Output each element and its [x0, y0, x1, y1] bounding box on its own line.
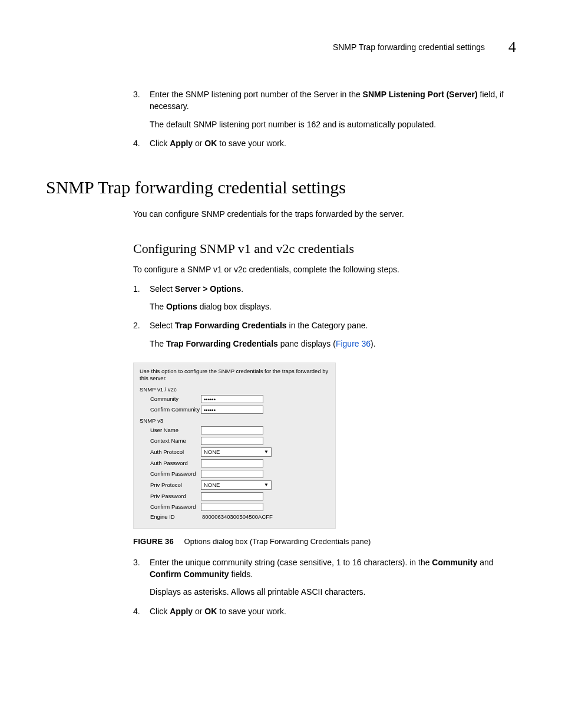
username-label: User Name — [150, 427, 201, 433]
confirm-auth-password-input[interactable] — [201, 470, 263, 478]
step-sub: The Trap Forwarding Credentials pane dis… — [150, 338, 516, 350]
confirm-priv-password-label: Confirm Password — [150, 503, 201, 510]
dialog-hint: Use this option to configure the SNMP cr… — [140, 368, 329, 383]
bold-text: Trap Forwarding Credentials — [175, 321, 287, 330]
text: Enter the unique community string (case … — [150, 558, 432, 567]
step-item: Enter the SNMP listening port number of … — [133, 88, 516, 130]
community-input[interactable]: •••••• — [201, 395, 263, 403]
bold-text: Apply — [170, 139, 193, 148]
instruction-list-mid: Select Server > Options.The Options dial… — [133, 283, 516, 350]
step-item: Click Apply or OK to save your work. — [133, 605, 516, 617]
text: pane displays ( — [278, 339, 336, 348]
bold-text: Community — [432, 558, 477, 567]
bold-text: OK — [204, 139, 217, 148]
bold-text: Options — [166, 302, 197, 311]
context-name-input[interactable] — [201, 437, 263, 445]
confirm-auth-password-label: Confirm Password — [150, 470, 201, 477]
instruction-list-bottom: Enter the unique community string (case … — [133, 556, 516, 617]
auth-password-label: Auth Password — [150, 460, 201, 466]
auth-protocol-select[interactable]: NONE ▼ — [201, 447, 272, 457]
priv-password-input[interactable] — [201, 492, 263, 500]
text: The — [150, 339, 166, 348]
bold-text: Trap Forwarding Credentials — [166, 339, 278, 348]
step-item: Click Apply or OK to save your work. — [133, 137, 516, 149]
step-sub: Displays as asterisks. Allows all printa… — [150, 586, 516, 598]
snmp-v3-section: SNMP v3 — [140, 417, 329, 424]
auth-protocol-value: NONE — [204, 448, 220, 456]
instruction-list-top: Enter the SNMP listening port number of … — [133, 88, 516, 149]
text: Select — [150, 284, 175, 294]
priv-protocol-value: NONE — [204, 481, 220, 489]
text: and — [477, 558, 493, 567]
text: in the Category pane. — [287, 321, 368, 330]
figure-title: Options dialog box (Trap Forwarding Cred… — [184, 537, 371, 546]
step-item: Enter the unique community string (case … — [133, 556, 516, 598]
priv-password-label: Priv Password — [150, 493, 201, 499]
figure-link[interactable]: Figure 36 — [336, 339, 371, 348]
header-title: SNMP Trap forwarding credential settings — [333, 42, 485, 52]
text: or — [193, 607, 204, 616]
text: to save your work. — [217, 607, 286, 616]
priv-protocol-select[interactable]: NONE ▼ — [201, 480, 272, 490]
step-item: Select Trap Forwarding Credentials in th… — [133, 319, 516, 350]
text: Click — [150, 139, 170, 148]
heading-2: Configuring SNMP v1 and v2c credentials — [133, 241, 516, 256]
chapter-number: 4 — [508, 38, 516, 56]
text: Enter the SNMP listening port number of … — [150, 90, 363, 99]
community-label: Community — [150, 396, 201, 402]
step-sub: The Options dialog box displays. — [150, 301, 516, 312]
text: Click — [150, 607, 170, 616]
text: ). — [371, 339, 376, 348]
auth-password-input[interactable] — [201, 459, 263, 467]
snmp-v1-v2c-section: SNMP v1 / v2c — [140, 386, 329, 393]
text: . — [241, 284, 243, 294]
text: to save your work. — [217, 139, 286, 148]
intro-paragraph-2: To configure a SNMP v1 or v2c credential… — [133, 263, 516, 275]
dialog-screenshot: Use this option to configure the SNMP cr… — [133, 363, 336, 529]
confirm-priv-password-input[interactable] — [201, 503, 263, 511]
username-input[interactable] — [201, 426, 263, 434]
bold-text: Confirm Community — [150, 569, 229, 579]
text: or — [193, 139, 204, 148]
bold-text: Apply — [170, 607, 193, 616]
chevron-down-icon: ▼ — [264, 481, 269, 489]
chevron-down-icon: ▼ — [264, 448, 269, 456]
context-name-label: Context Name — [150, 437, 201, 444]
heading-1: SNMP Trap forwarding credential settings — [46, 177, 516, 197]
figure-label: FIGURE 36 — [133, 537, 174, 546]
text: Select — [150, 321, 175, 330]
running-header: SNMP Trap forwarding credential settings… — [46, 38, 516, 56]
step-item: Select Server > Options.The Options dial… — [133, 283, 516, 313]
confirm-community-input[interactable]: •••••• — [201, 406, 263, 414]
bold-text: SNMP Listening Port (Server) — [363, 90, 478, 99]
bold-text: OK — [204, 607, 217, 616]
auth-protocol-label: Auth Protocol — [150, 449, 201, 455]
priv-protocol-label: Priv Protocol — [150, 482, 201, 488]
engine-id-label: Engine ID — [150, 513, 201, 520]
step-sub: The default SNMP listening port number i… — [150, 118, 516, 130]
bold-text: Server > Options — [175, 284, 241, 294]
text: fields. — [229, 569, 253, 579]
figure-caption: FIGURE 36 Options dialog box (Trap Forwa… — [133, 537, 516, 546]
intro-paragraph-1: You can configure SNMP credentials for t… — [133, 208, 516, 220]
engine-id-value: 800006340300504500ACFF — [201, 513, 273, 520]
confirm-community-label: Confirm Community — [150, 406, 201, 413]
text: The — [150, 302, 166, 311]
text: dialog box displays. — [197, 302, 272, 311]
